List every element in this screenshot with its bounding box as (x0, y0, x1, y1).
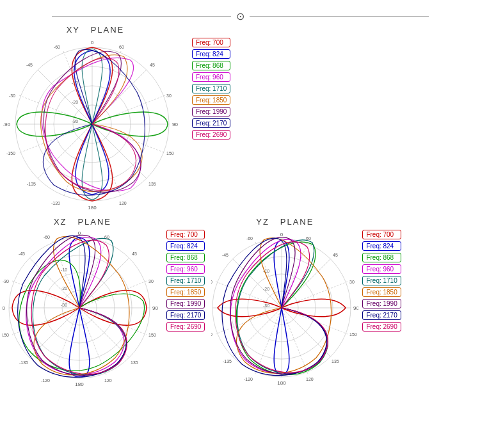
svg-text:135: 135 (332, 359, 339, 364)
svg-text:-120: -120 (41, 378, 50, 383)
legend-item: Freq: 960 (362, 264, 401, 274)
svg-text:-20: -20 (72, 100, 78, 104)
svg-text:90: 90 (152, 305, 158, 311)
svg-text:30: 30 (349, 280, 355, 284)
legend-item: Freq: 868 (362, 253, 401, 262)
xy-plane-svg: 0 180 90 -90 45 -45 135 -135 30 -30 150 … (3, 36, 188, 212)
svg-text:120: 120 (119, 201, 127, 205)
svg-text:-30: -30 (61, 303, 67, 307)
yz-legend: Freq: 700Freq: 824Freq: 868Freq: 960Freq… (362, 230, 401, 332)
page-title (0, 0, 480, 9)
svg-text:90: 90 (353, 305, 358, 311)
legend-item: Freq: 2690 (192, 130, 230, 140)
legend-item: Freq: 868 (166, 253, 205, 262)
svg-text:0: 0 (91, 40, 94, 45)
svg-text:-135: -135 (19, 360, 28, 365)
legend-item: Freq: 700 (192, 38, 230, 47)
legend-item: Freq: 1990 (192, 107, 230, 116)
legend-item: Freq: 824 (362, 241, 401, 251)
legend-item: Freq: 2690 (166, 322, 205, 332)
xz-plane-chart: XZ PLANE 0 180 90 (3, 217, 163, 394)
legend-item: Freq: 1990 (166, 299, 205, 308)
svg-text:-20: -20 (61, 286, 67, 291)
svg-text:30: 30 (148, 279, 154, 284)
legend-item: Freq: 1850 (362, 287, 401, 297)
svg-text:60: 60 (119, 45, 124, 49)
xy-plane-chart: XY PLANE (3, 25, 188, 214)
svg-text:-150: -150 (6, 151, 15, 156)
svg-text:-90: -90 (3, 305, 6, 311)
svg-text:120: 120 (104, 378, 112, 383)
yz-plane-title: YZ PLANE (211, 217, 358, 227)
legend-item: Freq: 700 (362, 230, 401, 239)
svg-text:-30: -30 (263, 303, 269, 308)
svg-text:180: 180 (278, 380, 287, 386)
legend-item: Freq: 700 (166, 230, 205, 239)
svg-text:135: 135 (148, 182, 156, 186)
legend-item: Freq: 2690 (362, 322, 401, 332)
legend-item: Freq: 2170 (166, 310, 205, 320)
svg-text:-45: -45 (222, 253, 228, 257)
legend-item: Freq: 1710 (362, 276, 401, 285)
legend-item: Freq: 824 (192, 49, 230, 59)
svg-text:45: 45 (132, 252, 137, 256)
svg-text:-30: -30 (3, 279, 9, 284)
legend-item: Freq: 960 (192, 72, 230, 82)
divider-icon: ⊙ (236, 10, 244, 22)
svg-text:0: 0 (280, 232, 284, 237)
svg-text:180: 180 (88, 205, 97, 211)
svg-text:-45: -45 (26, 63, 33, 67)
svg-text:-135: -135 (27, 182, 36, 186)
svg-text:-10: -10 (61, 268, 67, 272)
xz-plane-title: XZ PLANE (3, 217, 163, 227)
svg-text:-90: -90 (3, 122, 10, 127)
svg-text:120: 120 (306, 377, 314, 381)
divider-left (52, 16, 231, 17)
xz-legend: Freq: 700Freq: 824Freq: 868Freq: 960Freq… (166, 230, 205, 332)
xy-legend: Freq: 700Freq: 824Freq: 868Freq: 960Freq… (192, 38, 230, 140)
legend-item: Freq: 2170 (362, 310, 401, 320)
legend-item: Freq: 1990 (362, 299, 401, 308)
svg-text:45: 45 (333, 253, 338, 257)
divider-right (250, 16, 429, 17)
svg-text:-20: -20 (263, 287, 269, 291)
svg-text:-135: -135 (223, 359, 232, 364)
svg-text:-60: -60 (246, 236, 253, 241)
xz-plane-svg: 0 180 90 -90 45 -45 135 -135 30 -30 150 … (3, 228, 163, 391)
svg-text:-60: -60 (44, 235, 50, 239)
legend-item: Freq: 1710 (192, 84, 230, 93)
svg-text:-30: -30 (72, 119, 78, 124)
legend-item: Freq: 2170 (192, 118, 230, 128)
svg-text:-150: -150 (3, 333, 9, 337)
svg-text:-45: -45 (19, 252, 25, 256)
legend-item: Freq: 1710 (166, 276, 205, 285)
svg-text:90: 90 (172, 122, 178, 127)
svg-text:180: 180 (75, 381, 84, 387)
svg-text:-30: -30 (9, 93, 15, 98)
svg-text:-150: -150 (211, 332, 212, 337)
xy-plane-title: XY PLANE (3, 25, 188, 35)
svg-text:135: 135 (131, 360, 138, 365)
legend-item: Freq: 960 (166, 264, 205, 274)
svg-text:-120: -120 (244, 377, 253, 381)
yz-plane-svg: 0 180 90 -90 45 -45 135 -135 30 -30 150 … (211, 228, 358, 391)
svg-text:-60: -60 (54, 45, 60, 49)
svg-text:150: 150 (166, 151, 174, 156)
yz-plane-chart: YZ PLANE 0 180 90 (211, 217, 358, 394)
svg-text:-30: -30 (211, 280, 212, 284)
svg-text:-120: -120 (51, 201, 60, 205)
legend-item: Freq: 1850 (166, 287, 205, 297)
legend-item: Freq: 824 (166, 241, 205, 251)
svg-text:150: 150 (148, 333, 156, 337)
svg-text:30: 30 (166, 93, 172, 98)
svg-text:45: 45 (150, 63, 155, 67)
legend-item: Freq: 868 (192, 61, 230, 70)
svg-text:150: 150 (349, 332, 357, 337)
legend-item: Freq: 1850 (192, 95, 230, 105)
